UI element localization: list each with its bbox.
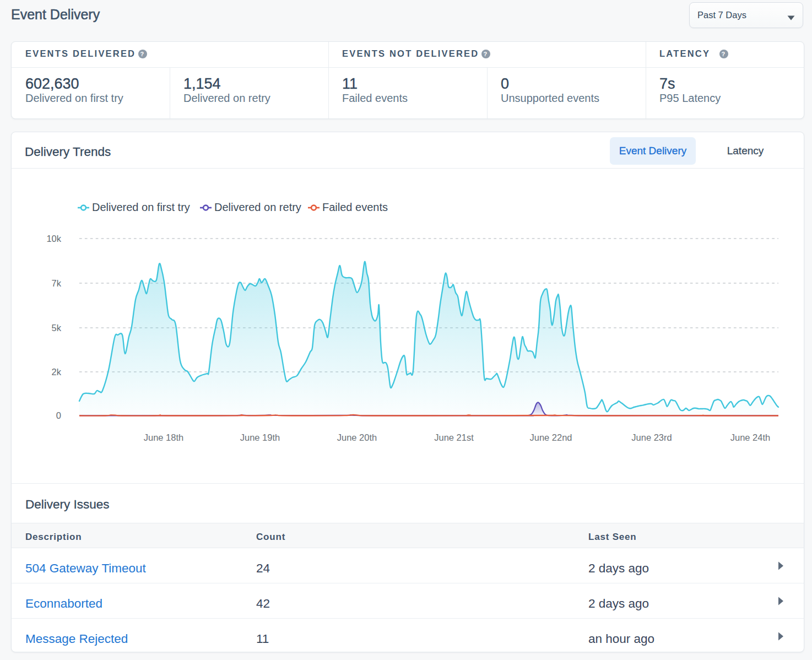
svg-text:June 20th: June 20th xyxy=(337,432,377,442)
svg-text:June 19th: June 19th xyxy=(240,432,280,442)
svg-text:?: ? xyxy=(722,51,727,57)
svg-text:Delivered on first try: Delivered on first try xyxy=(92,201,190,213)
svg-text:June 21st: June 21st xyxy=(434,432,474,442)
svg-text:June 24th: June 24th xyxy=(730,432,770,442)
svg-text:0: 0 xyxy=(56,410,61,420)
svg-text:June 22nd: June 22nd xyxy=(529,432,572,442)
svg-text:?: ? xyxy=(140,51,145,57)
svg-text:7k: 7k xyxy=(52,278,62,288)
svg-text:2k: 2k xyxy=(52,367,62,377)
svg-text:5k: 5k xyxy=(52,323,62,333)
svg-text:10k: 10k xyxy=(46,234,61,244)
svg-text:Delivered on retry: Delivered on retry xyxy=(214,201,301,213)
svg-text:Failed events: Failed events xyxy=(322,201,388,213)
svg-text:June 23rd: June 23rd xyxy=(631,432,672,442)
svg-text:June 18th: June 18th xyxy=(144,432,183,442)
svg-text:?: ? xyxy=(484,51,489,57)
